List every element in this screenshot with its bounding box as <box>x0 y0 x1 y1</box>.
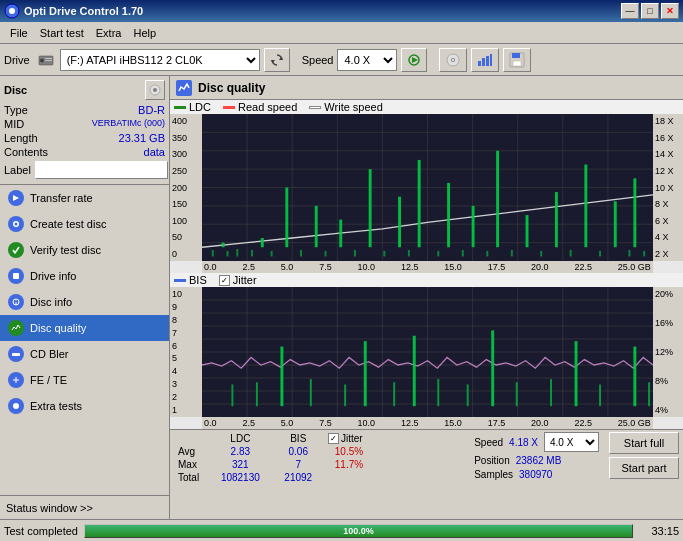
menu-bar: File Start test Extra Help <box>0 22 683 44</box>
chart2-svg-container <box>202 287 653 417</box>
svg-rect-114 <box>344 385 346 407</box>
close-button[interactable]: ✕ <box>661 3 679 19</box>
bis-header: BIS <box>273 432 324 445</box>
nav-drive-info-label: Drive info <box>30 270 76 282</box>
svg-rect-65 <box>584 165 587 248</box>
jitter-col-header: Jitter <box>341 433 363 444</box>
total-ldc: 1082130 <box>208 471 272 484</box>
disc-header: Disc <box>4 80 165 100</box>
right-panel: Disc quality LDC Read speed Write speed <box>170 76 683 519</box>
svg-rect-113 <box>310 379 312 406</box>
transfer-rate-icon <box>8 190 24 206</box>
nav-drive-info[interactable]: Drive info <box>0 263 169 289</box>
drive-select[interactable]: (F:) ATAPI iHBS112 2 CL0K <box>60 49 260 71</box>
speed-apply-button[interactable] <box>401 48 427 72</box>
samples-label: Samples <box>474 469 513 480</box>
nav-extra-tests[interactable]: Extra tests <box>0 393 169 419</box>
progress-text: 100.0% <box>85 525 632 537</box>
svg-point-21 <box>153 88 157 92</box>
save-icon-button[interactable] <box>503 48 531 72</box>
svg-rect-86 <box>643 251 645 257</box>
disc-section-icon-button[interactable] <box>145 80 165 100</box>
stats-speed-select[interactable]: 4.0 X <box>544 432 599 452</box>
start-full-button[interactable]: Start full <box>609 432 679 454</box>
menu-help[interactable]: Help <box>127 25 162 41</box>
speed-info-row: Speed 4.18 X 4.0 X <box>474 432 599 452</box>
svg-rect-62 <box>496 151 499 247</box>
svg-rect-56 <box>339 220 342 248</box>
svg-rect-112 <box>256 382 258 406</box>
svg-rect-71 <box>251 250 253 256</box>
jitter-stats-checkbox[interactable]: ✓ <box>328 433 339 444</box>
svg-rect-32 <box>12 353 20 356</box>
svg-rect-119 <box>550 379 552 406</box>
svg-rect-68 <box>212 250 214 256</box>
chart1-y-right: 18 X 16 X 14 X 12 X 10 X 8 X 6 X 4 X 2 X <box>653 114 683 261</box>
ldc-color <box>174 106 186 109</box>
length-value: 23.31 GB <box>119 132 165 144</box>
svg-rect-77 <box>408 250 410 256</box>
svg-rect-75 <box>354 250 356 256</box>
stats-right-section: Speed 4.18 X 4.0 X Position 23862 MB Sam… <box>474 432 599 480</box>
svg-rect-74 <box>325 251 327 257</box>
svg-rect-118 <box>516 382 518 406</box>
nav-fe-te[interactable]: FE / TE <box>0 367 169 393</box>
svg-rect-28 <box>13 273 19 279</box>
chart1-x-axis: 0.0 2.5 5.0 7.5 10.0 12.5 15.0 17.5 20.0… <box>202 261 653 273</box>
contents-value: data <box>144 146 165 158</box>
nav-cd-bler-label: CD Bler <box>30 348 69 360</box>
nav-verify-test-disc[interactable]: Verify test disc <box>0 237 169 263</box>
svg-rect-13 <box>478 61 481 66</box>
max-jitter: 11.7% <box>324 458 374 471</box>
svg-rect-58 <box>398 197 401 248</box>
nav-disc-info[interactable]: Disc info <box>0 289 169 315</box>
max-label: Max <box>174 458 208 471</box>
svg-rect-54 <box>285 188 288 248</box>
menu-extra[interactable]: Extra <box>90 25 128 41</box>
nav-cd-bler[interactable]: CD Bler <box>0 341 169 367</box>
position-label: Position <box>474 455 510 466</box>
quality-header-icon <box>176 80 192 96</box>
svg-rect-72 <box>271 251 273 257</box>
stats-main-row: LDC BIS ✓ Jitter Avg 2.83 0.06 10.5% <box>174 432 679 484</box>
maximize-button[interactable]: □ <box>641 3 659 19</box>
svg-marker-25 <box>13 195 19 201</box>
stats-avg-row: Avg 2.83 0.06 10.5% <box>174 445 374 458</box>
write-speed-legend: Write speed <box>309 101 383 113</box>
nav-disc-quality[interactable]: Disc quality <box>0 315 169 341</box>
max-ldc: 321 <box>208 458 272 471</box>
status-window-button[interactable]: Status window >> <box>0 495 169 519</box>
nav-transfer-rate-label: Transfer rate <box>30 192 93 204</box>
fe-te-icon <box>8 372 24 388</box>
chart-icon-button[interactable] <box>471 48 499 72</box>
status-text: Test completed <box>4 525 78 537</box>
nav-verify-test-disc-label: Verify test disc <box>30 244 101 256</box>
disc-mid-row: MID VERBATIMc (000) <box>4 118 165 130</box>
disc-type-row: Type BD-R <box>4 104 165 116</box>
svg-rect-106 <box>364 341 367 406</box>
svg-rect-63 <box>526 215 529 247</box>
svg-rect-121 <box>648 382 650 406</box>
chart1-legend: LDC Read speed Write speed <box>170 100 683 114</box>
drive-refresh-button[interactable] <box>264 48 290 72</box>
stats-total-row: Total 1082130 21092 <box>174 471 374 484</box>
menu-file[interactable]: File <box>4 25 34 41</box>
verify-test-disc-icon <box>8 242 24 258</box>
nav-transfer-rate[interactable]: Transfer rate <box>0 185 169 211</box>
avg-bis: 0.06 <box>273 445 324 458</box>
nav-fe-te-label: FE / TE <box>30 374 67 386</box>
chart2-x-axis: 0.0 2.5 5.0 7.5 10.0 12.5 15.0 17.5 20.0… <box>202 417 653 429</box>
progress-bar: 100.0% <box>84 524 633 538</box>
nav-create-test-disc[interactable]: Create test disc <box>0 211 169 237</box>
svg-rect-107 <box>413 336 416 406</box>
menu-start-test[interactable]: Start test <box>34 25 90 41</box>
start-part-button[interactable]: Start part <box>609 457 679 479</box>
disc-icon-button[interactable] <box>439 48 467 72</box>
jitter-checkbox[interactable]: ✓ <box>219 275 230 286</box>
svg-rect-79 <box>462 250 464 256</box>
svg-rect-53 <box>261 238 264 247</box>
label-input[interactable] <box>35 161 168 179</box>
speed-select[interactable]: 4.0 X <box>337 49 397 71</box>
minimize-button[interactable]: — <box>621 3 639 19</box>
chart1-svg-container <box>202 114 653 261</box>
